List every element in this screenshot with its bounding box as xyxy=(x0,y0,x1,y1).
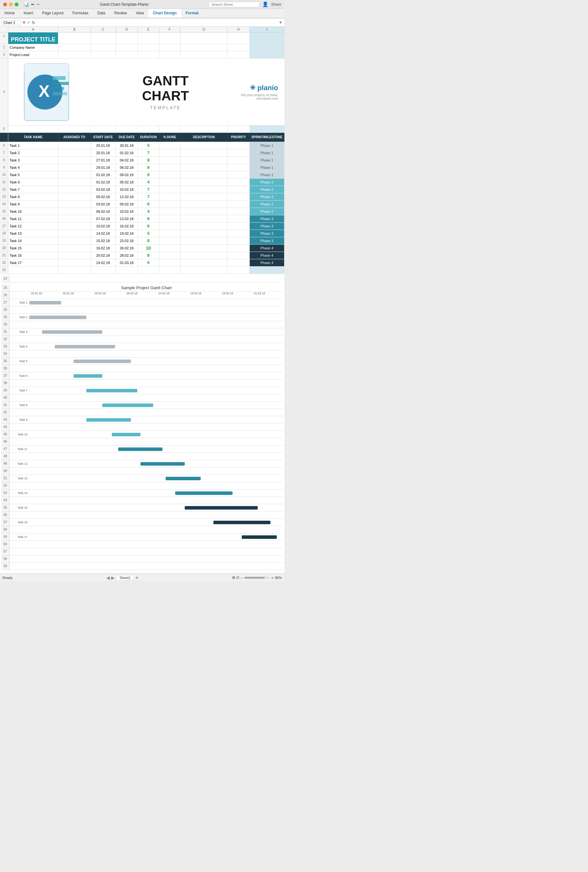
view-page-icon[interactable]: ⊡ xyxy=(236,575,239,580)
priority-cell[interactable] xyxy=(227,171,250,178)
task-name-cell[interactable]: Task 16 xyxy=(8,252,58,259)
priority-cell[interactable] xyxy=(227,142,250,149)
description-cell[interactable] xyxy=(181,223,228,230)
priority-cell[interactable] xyxy=(227,223,250,230)
assigned-cell[interactable] xyxy=(58,201,91,208)
start-date-cell[interactable]: 06.02.18 xyxy=(91,208,116,215)
due-date-cell[interactable]: 04.02.18 xyxy=(116,157,138,164)
pct-done-cell[interactable] xyxy=(159,252,181,259)
start-date-cell[interactable]: 25.01.18 xyxy=(91,149,116,156)
assigned-cell[interactable] xyxy=(58,237,91,244)
assigned-cell[interactable] xyxy=(58,142,91,149)
start-date-cell[interactable]: 01.02.18 xyxy=(91,171,116,178)
tab-home[interactable]: Home xyxy=(0,9,19,18)
cancel-icon[interactable]: ✕ xyxy=(22,20,26,25)
start-date-cell[interactable]: 16.02.18 xyxy=(91,244,116,252)
task-name-cell[interactable]: Task 5 xyxy=(8,171,58,178)
col-header-e[interactable]: E xyxy=(138,27,159,32)
zoom-out-button[interactable]: − xyxy=(240,575,243,580)
task-name-cell[interactable]: Task 17 xyxy=(8,259,58,266)
start-date-cell[interactable]: 29.01.18 xyxy=(91,164,116,171)
start-date-cell[interactable]: 10.02.18 xyxy=(91,223,116,230)
pct-done-cell[interactable] xyxy=(159,259,181,266)
due-date-cell[interactable]: 01.03.18 xyxy=(116,259,138,266)
description-cell[interactable] xyxy=(181,149,228,156)
task-name-cell[interactable]: Task 4 xyxy=(8,164,58,171)
phase-cell[interactable]: Phase 4 xyxy=(250,252,285,259)
start-date-cell[interactable]: 20.02.18 xyxy=(91,252,116,259)
project-title-cell[interactable]: PROJECT TITLE xyxy=(8,33,58,44)
priority-cell[interactable] xyxy=(227,186,250,193)
description-cell[interactable] xyxy=(181,259,228,266)
priority-cell[interactable] xyxy=(227,244,250,252)
col-header-g[interactable]: G xyxy=(180,27,227,32)
tab-formulas[interactable]: Formulas xyxy=(68,9,93,18)
description-cell[interactable] xyxy=(181,164,228,171)
task-name-cell[interactable]: Task 12 xyxy=(8,223,58,230)
start-date-cell[interactable]: 07.02.18 xyxy=(91,215,116,222)
assigned-cell[interactable] xyxy=(58,186,91,193)
function-icon[interactable]: fx xyxy=(32,20,35,25)
scroll-left-icon[interactable]: ◀ xyxy=(106,575,110,580)
description-cell[interactable] xyxy=(181,142,228,149)
priority-cell[interactable] xyxy=(227,237,250,244)
phase-cell[interactable]: Phase 4 xyxy=(250,244,285,252)
scroll-right-icon[interactable]: ▶ xyxy=(111,575,115,580)
assigned-cell[interactable] xyxy=(58,259,91,266)
pct-done-cell[interactable] xyxy=(159,149,181,156)
pct-done-cell[interactable] xyxy=(159,208,181,215)
due-date-cell[interactable]: 09.02.18 xyxy=(116,171,138,178)
start-date-cell[interactable]: 03.02.18 xyxy=(91,186,116,193)
task-name-cell[interactable]: Task 6 xyxy=(8,179,58,186)
col-header-i[interactable]: I xyxy=(250,27,285,32)
assigned-cell[interactable] xyxy=(58,193,91,200)
due-date-cell[interactable]: 30.01.18 xyxy=(116,142,138,149)
duration-cell[interactable]: 4 xyxy=(138,179,159,186)
duration-cell[interactable]: 7 xyxy=(138,193,159,200)
assigned-cell[interactable] xyxy=(58,223,91,230)
tab-page-layout[interactable]: Page Layout xyxy=(38,9,68,18)
pct-done-cell[interactable] xyxy=(159,193,181,200)
assigned-cell[interactable] xyxy=(58,230,91,237)
col-header-d[interactable]: D xyxy=(116,27,138,32)
priority-cell[interactable] xyxy=(227,259,250,266)
phase-cell[interactable]: Phase 4 xyxy=(250,259,285,266)
start-date-cell[interactable]: 05.02.18 xyxy=(91,193,116,200)
task-name-cell[interactable]: Task 11 xyxy=(8,215,58,222)
assigned-cell[interactable] xyxy=(58,208,91,215)
assigned-cell[interactable] xyxy=(58,171,91,178)
description-cell[interactable] xyxy=(181,179,228,186)
assigned-cell[interactable] xyxy=(58,244,91,252)
due-date-cell[interactable]: 16.02.18 xyxy=(116,223,138,230)
description-cell[interactable] xyxy=(181,193,228,200)
pct-done-cell[interactable] xyxy=(159,237,181,244)
view-normal-icon[interactable]: ⊞ xyxy=(232,575,235,580)
duration-cell[interactable]: 5 xyxy=(138,142,159,149)
start-date-cell[interactable]: 03.02.18 xyxy=(91,201,116,208)
col-header-b[interactable]: B xyxy=(58,27,91,32)
pct-done-cell[interactable] xyxy=(159,164,181,171)
project-lead-cell[interactable]: Project Lead xyxy=(8,51,58,58)
duration-cell[interactable]: 8 xyxy=(138,171,159,178)
due-date-cell[interactable]: 01.02.18 xyxy=(116,149,138,156)
description-cell[interactable] xyxy=(181,157,228,164)
tab-insert[interactable]: Insert xyxy=(19,9,38,18)
add-sheet-button[interactable]: + xyxy=(135,575,138,581)
task-name-cell[interactable]: Task 10 xyxy=(8,208,58,215)
due-date-cell[interactable]: 26.02.18 xyxy=(116,244,138,252)
start-date-cell[interactable]: 14.02.18 xyxy=(91,230,116,237)
priority-cell[interactable] xyxy=(227,157,250,164)
duration-cell[interactable]: 6 xyxy=(138,201,159,208)
phase-cell[interactable]: Phase 1 xyxy=(250,171,285,178)
pct-done-cell[interactable] xyxy=(159,179,181,186)
description-cell[interactable] xyxy=(181,208,228,215)
tab-format[interactable]: Format xyxy=(181,9,203,18)
pct-done-cell[interactable] xyxy=(159,142,181,149)
duration-cell[interactable]: 5 xyxy=(138,259,159,266)
assigned-cell[interactable] xyxy=(58,149,91,156)
duration-cell[interactable]: 8 xyxy=(138,157,159,164)
company-name-cell[interactable]: Company Name xyxy=(8,44,58,51)
pct-done-cell[interactable] xyxy=(159,171,181,178)
sheet-tab-sheet1[interactable]: Sheet1 xyxy=(116,575,134,581)
pct-done-cell[interactable] xyxy=(159,157,181,164)
